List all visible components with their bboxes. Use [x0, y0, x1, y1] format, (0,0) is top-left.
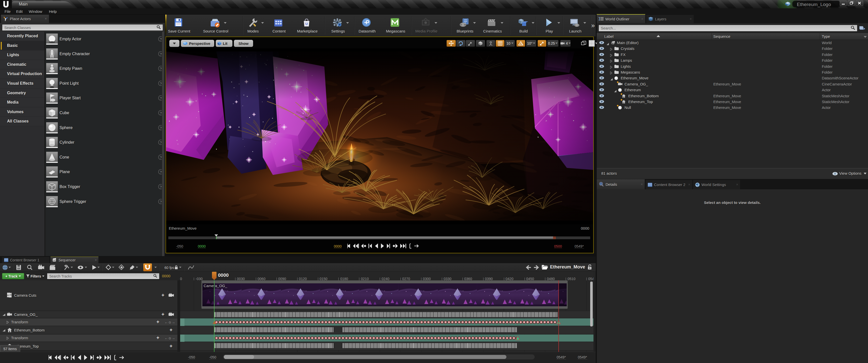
svg-text:U: U	[305, 22, 308, 26]
svg-text:i: i	[601, 183, 601, 185]
